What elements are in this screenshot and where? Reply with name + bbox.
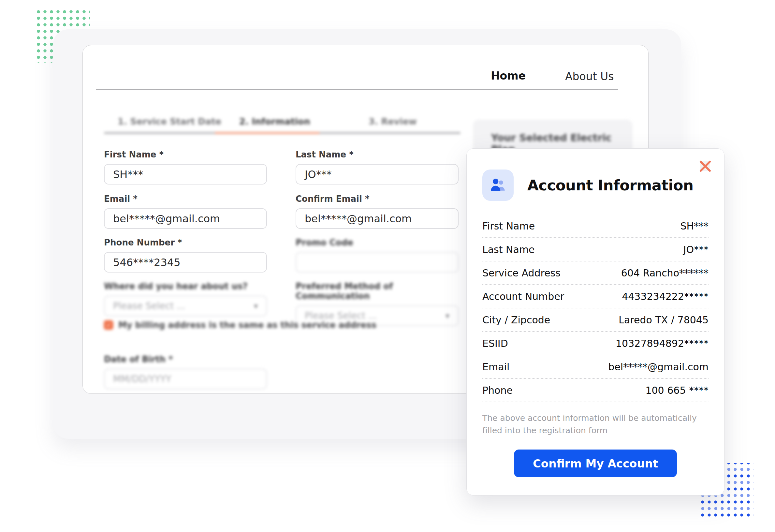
row-label: Phone	[482, 385, 513, 396]
hear-about-field: Where did you hear about us? Please Sele…	[104, 281, 267, 316]
row-label: Account Number	[482, 291, 564, 302]
account-info-list: First Name SH*** Last Name JO*** Service…	[482, 214, 709, 402]
account-row-last-name: Last Name JO***	[482, 238, 709, 261]
billing-address-label: My billing address is the same as this s…	[118, 320, 376, 330]
nav-link-home[interactable]: Home	[491, 69, 526, 82]
row-value: Laredo TX / 78045	[619, 314, 709, 326]
email-input[interactable]: bel*****@gmail.com	[104, 208, 267, 229]
row-label: City / Zipcode	[482, 314, 550, 326]
email-field: Email * bel*****@gmail.com	[104, 194, 267, 229]
step-information[interactable]: 2. Information	[239, 116, 310, 126]
last-name-input[interactable]: JO***	[295, 164, 459, 184]
first-name-label: First Name *	[104, 150, 267, 159]
modal-header: Account Information	[482, 169, 709, 201]
first-name-input[interactable]: SH***	[104, 164, 267, 184]
account-row-city-zipcode: City / Zipcode Laredo TX / 78045	[482, 309, 709, 332]
autofill-note: The above account information will be au…	[482, 412, 712, 437]
hear-about-select[interactable]: Please Select ... ▾	[104, 296, 267, 316]
first-name-field: First Name * SH***	[104, 150, 267, 184]
phone-number-field: Phone Number * 546****2345	[104, 237, 267, 273]
comm-method-label: Preferred Method of Communication	[295, 281, 459, 301]
comm-method-field: Preferred Method of Communication Please…	[295, 281, 459, 326]
confirm-email-label: Confirm Email *	[295, 194, 459, 204]
comm-method-placeholder: Please Select ...	[305, 310, 377, 321]
row-value: bel*****@gmail.com	[608, 361, 709, 373]
close-button[interactable]	[697, 158, 713, 174]
row-value: 10327894892*****	[616, 338, 709, 349]
promo-code-input[interactable]	[295, 252, 459, 273]
row-label: Email	[482, 361, 510, 373]
email-label: Email *	[104, 194, 267, 204]
promo-code-label: Promo Code	[295, 237, 459, 247]
step-service-start-date[interactable]: 1. Service Start Date	[118, 116, 221, 126]
account-row-account-number: Account Number 4433234222*****	[482, 285, 709, 309]
close-icon	[698, 159, 713, 174]
row-value: 100 665 ****	[645, 385, 709, 396]
account-row-esiid: ESIID 10327894892*****	[482, 332, 709, 355]
chevron-down-icon: ▾	[254, 302, 258, 311]
hear-about-label: Where did you hear about us?	[104, 281, 267, 291]
phone-number-input[interactable]: 546****2345	[104, 252, 267, 273]
billing-address-checkbox[interactable]: ✓	[104, 321, 113, 330]
billing-address-row: ✓ My billing address is the same as this…	[104, 320, 376, 330]
confirm-email-input[interactable]: bel*****@gmail.com	[295, 208, 459, 229]
row-label: Last Name	[482, 244, 535, 255]
row-label: Service Address	[482, 267, 561, 279]
people-icon	[482, 169, 514, 201]
modal-title: Account Information	[527, 177, 693, 194]
phone-number-label: Phone Number *	[104, 237, 267, 247]
step-review[interactable]: 3. Review	[368, 116, 417, 126]
last-name-field: Last Name * JO***	[295, 150, 459, 184]
row-label: First Name	[482, 220, 535, 232]
row-value: 4433234222*****	[622, 291, 709, 302]
confirm-email-field: Confirm Email * bel*****@gmail.com	[295, 194, 459, 229]
row-value: JO***	[683, 244, 709, 255]
row-value: 604 Rancho******	[621, 267, 709, 279]
account-row-first-name: First Name SH***	[482, 214, 709, 238]
nav-divider	[96, 89, 618, 90]
confirm-my-account-button[interactable]: Confirm My Account	[514, 450, 677, 477]
account-row-email: Email bel*****@gmail.com	[482, 355, 709, 379]
dob-input[interactable]: MM/DD/YYYY	[104, 369, 267, 389]
steps-progress-active-segment	[215, 132, 320, 134]
row-value: SH***	[680, 220, 709, 232]
account-information-modal: Account Information First Name SH*** Las…	[467, 148, 725, 496]
chevron-down-icon: ▾	[446, 311, 450, 321]
steps-progress-bar	[104, 132, 461, 134]
account-row-service-address: Service Address 604 Rancho******	[482, 261, 709, 285]
hear-about-placeholder: Please Select ...	[113, 301, 185, 311]
account-row-phone: Phone 100 665 ****	[482, 379, 709, 402]
nav-link-about-us[interactable]: About Us	[565, 70, 614, 83]
dob-field: Date of Birth * MM/DD/YYYY	[104, 354, 267, 389]
check-icon: ✓	[106, 322, 111, 329]
row-label: ESIID	[482, 338, 508, 349]
promo-code-field: Promo Code	[295, 237, 459, 273]
dob-label: Date of Birth *	[104, 354, 267, 364]
last-name-label: Last Name *	[295, 150, 459, 159]
